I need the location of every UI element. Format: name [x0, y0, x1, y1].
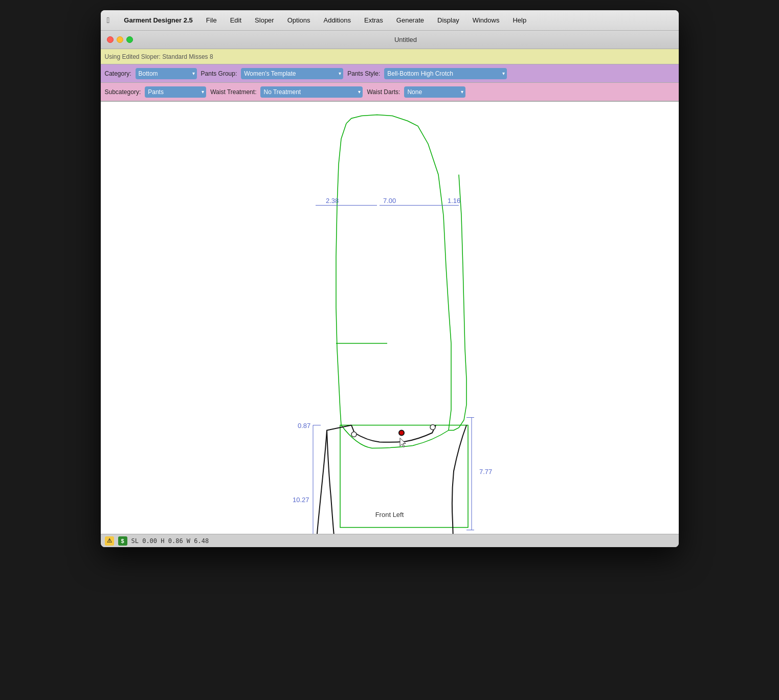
statusbar: ⚠ $ SL 0.00 H 0.86 W 6.48	[101, 534, 679, 547]
main-window:  Garment Designer 2.5 File Edit Sloper …	[101, 10, 679, 547]
svg-text:0.87: 0.87	[298, 422, 310, 430]
svg-text:1.16: 1.16	[448, 197, 460, 205]
close-button[interactable]	[107, 36, 114, 43]
sloper-info-row: Using Edited Sloper: Standard Misses 8	[101, 49, 679, 64]
menu-windows[interactable]: Windows	[471, 15, 502, 25]
menubar:  Garment Designer 2.5 File Edit Sloper …	[101, 10, 679, 31]
svg-point-3	[430, 425, 435, 430]
subcategory-select[interactable]: Pants	[145, 86, 206, 98]
svg-text:7.00: 7.00	[383, 197, 396, 205]
waist-treatment-select[interactable]: No Treatment	[260, 86, 363, 98]
svg-text:2.38: 2.38	[326, 197, 339, 205]
menu-file[interactable]: File	[204, 15, 219, 25]
canvas-label: Front Left	[375, 511, 404, 518]
status-text: SL 0.00 H 0.86 W 6.48	[131, 537, 209, 545]
menu-options[interactable]: Options	[285, 15, 313, 25]
sloper-info-text: Using Edited Sloper: Standard Misses 8	[105, 53, 213, 60]
svg-marker-29	[400, 438, 406, 447]
pants-style-select[interactable]: Bell-Bottom High Crotch	[384, 68, 507, 79]
category-select-wrapper: Bottom ▾	[136, 68, 197, 79]
canvas-area[interactable]: 2.38 7.00 1.16 0.87 10.27 7.77 2.86 1.63…	[101, 102, 679, 534]
svg-text:7.77: 7.77	[479, 468, 492, 476]
traffic-lights	[107, 36, 133, 43]
pattern-svg: 2.38 7.00 1.16 0.87 10.27 7.77 2.86 1.63…	[101, 102, 679, 534]
menu-edit[interactable]: Edit	[228, 15, 243, 25]
minimize-button[interactable]	[117, 36, 123, 43]
waist-darts-label: Waist Darts:	[367, 88, 400, 96]
sloper-green	[336, 115, 468, 528]
dollar-icon: $	[118, 536, 127, 546]
toolbar-row-3: Subcategory: Pants ▾ Waist Treatment: No…	[101, 83, 679, 101]
mouse-cursor	[400, 438, 406, 447]
menu-display[interactable]: Display	[435, 15, 461, 25]
svg-point-2	[351, 432, 357, 437]
subcategory-label: Subcategory:	[105, 88, 141, 96]
toolbar: Using Edited Sloper: Standard Misses 8 C…	[101, 49, 679, 102]
titlebar: Untitled	[101, 31, 679, 49]
pants-style-label: Pants Style:	[347, 70, 380, 77]
waist-darts-select-wrapper: None ▾	[404, 86, 465, 98]
menu-sloper[interactable]: Sloper	[253, 15, 276, 25]
maximize-button[interactable]	[126, 36, 133, 43]
menu-help[interactable]: Help	[510, 15, 528, 25]
pants-group-label: Pants Group:	[201, 70, 237, 77]
menu-extras[interactable]: Extras	[362, 15, 385, 25]
category-label: Category:	[105, 70, 131, 77]
toolbar-row-2: Category: Bottom ▾ Pants Group: Women's …	[101, 64, 679, 83]
category-select[interactable]: Bottom	[136, 68, 197, 79]
subcategory-select-wrapper: Pants ▾	[145, 86, 206, 98]
apple-logo: 	[107, 16, 110, 25]
pants-group-select-wrapper: Women's Template ▾	[241, 68, 343, 79]
waist-treatment-label: Waist Treatment:	[210, 88, 256, 96]
app-name[interactable]: Garment Designer 2.5	[122, 15, 194, 25]
waist-darts-select[interactable]: None	[404, 86, 465, 98]
window-title: Untitled	[139, 36, 673, 43]
svg-point-4	[399, 431, 404, 436]
waist-treatment-select-wrapper: No Treatment ▾	[260, 86, 363, 98]
svg-text:10.27: 10.27	[293, 496, 309, 504]
menu-additions[interactable]: Additions	[321, 15, 352, 25]
warning-icon: ⚠	[105, 536, 114, 546]
pants-style-select-wrapper: Bell-Bottom High Crotch ▾	[384, 68, 507, 79]
pants-group-select[interactable]: Women's Template	[241, 68, 343, 79]
menu-generate[interactable]: Generate	[394, 15, 426, 25]
